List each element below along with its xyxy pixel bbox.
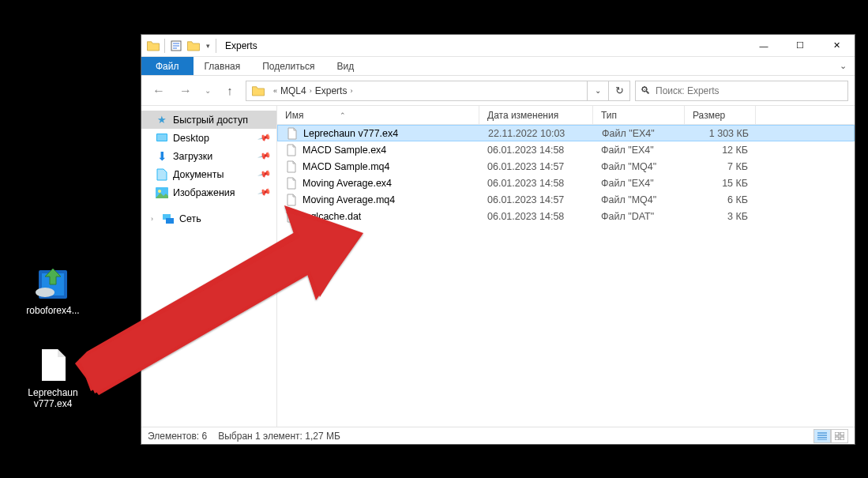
nav-label: Изображения	[173, 187, 235, 198]
file-row[interactable]: mqlcache.dat 06.01.2023 14:58 Файл "DAT"…	[277, 208, 855, 224]
nav-network[interactable]: › Сеть	[141, 209, 276, 228]
column-date[interactable]: Дата изменения	[479, 106, 593, 124]
file-size: 7 КБ	[685, 161, 748, 172]
file-name: mqlcache.dat	[302, 211, 361, 222]
file-type: Файл "MQ4"	[593, 194, 685, 205]
svg-point-2	[36, 288, 54, 297]
nav-up-button[interactable]: ↑	[219, 80, 241, 102]
title-bar: ▾ Experts — ☐ ✕	[141, 35, 855, 57]
breadcrumb-prefix: «	[270, 87, 280, 95]
status-item-count: Элементов: 6	[148, 431, 207, 442]
file-type: Файл "MQ4"	[593, 161, 685, 172]
file-row[interactable]: MACD Sample.ex4 06.01.2023 14:58 Файл "E…	[277, 141, 855, 158]
file-icon	[285, 210, 298, 223]
column-name[interactable]: Имя⌃	[277, 106, 479, 124]
nav-label: Документы	[173, 169, 224, 180]
file-row[interactable]: Moving Average.mq4 06.01.2023 14:57 Файл…	[277, 191, 855, 208]
search-input[interactable]: 🔍︎ Поиск: Experts	[635, 81, 848, 101]
view-details-button[interactable]	[814, 429, 831, 443]
status-selection: Выбран 1 элемент: 1,27 МБ	[218, 431, 340, 442]
ribbon: Файл Главная Поделиться Вид ⌄	[141, 57, 855, 76]
breadcrumb-segment[interactable]: Experts	[315, 85, 348, 96]
window-minimize-button[interactable]: —	[746, 35, 782, 57]
chevron-right-icon: ›	[306, 87, 315, 95]
ribbon-home-tab[interactable]: Главная	[194, 57, 252, 75]
desktop-icon-roboforex[interactable]: roboforex4...	[21, 264, 85, 316]
desktop-icon-label: roboforex4...	[21, 305, 85, 316]
file-type: Файл "EX4"	[593, 178, 685, 189]
svg-rect-9	[166, 218, 174, 224]
address-dropdown-icon[interactable]: ⌄	[588, 81, 608, 100]
column-type[interactable]: Тип	[593, 106, 685, 124]
file-date: 06.01.2023 14:58	[479, 211, 593, 222]
nav-label: Desktop	[173, 133, 209, 144]
search-placeholder: Поиск: Experts	[656, 85, 720, 96]
file-type: Файл "EX4"	[594, 128, 686, 139]
svg-rect-5	[157, 134, 167, 141]
view-large-icons-button[interactable]	[831, 429, 848, 443]
quick-access-toolbar: ▾	[141, 37, 222, 55]
ribbon-share-tab[interactable]: Поделиться	[251, 57, 325, 75]
file-icon	[285, 194, 298, 206]
folder-icon	[145, 37, 162, 55]
window-maximize-button[interactable]: ☐	[782, 35, 818, 57]
file-icon	[34, 346, 72, 384]
svg-rect-11	[840, 432, 844, 435]
file-name: MACD Sample.mq4	[302, 161, 389, 172]
network-icon	[162, 213, 175, 225]
pin-icon: 📌	[257, 130, 272, 145]
nav-quick-access[interactable]: ★ Быстрый доступ	[141, 111, 276, 129]
file-size: 6 КБ	[685, 194, 748, 205]
qat-new-folder-icon[interactable]	[185, 37, 202, 55]
desktop-icon-label: Leprechaun v777.ex4	[21, 387, 85, 409]
file-size: 1 303 КБ	[686, 128, 749, 139]
ribbon-file-tab[interactable]: Файл	[141, 57, 194, 75]
file-name: Moving Average.mq4	[302, 194, 395, 205]
svg-rect-13	[840, 437, 844, 440]
qat-properties-icon[interactable]	[167, 37, 185, 55]
desktop-icon	[156, 132, 168, 145]
chevron-right-icon: ›	[151, 215, 157, 223]
nav-documents[interactable]: Документы 📌	[141, 165, 276, 183]
status-bar: Элементов: 6 Выбран 1 элемент: 1,27 МБ	[141, 427, 855, 444]
nav-back-button[interactable]: ←	[148, 80, 170, 102]
desktop-icon-leprechaun[interactable]: Leprechaun v777.ex4	[21, 346, 85, 409]
folder-icon	[246, 81, 270, 100]
nav-label: Сеть	[179, 213, 201, 224]
nav-pictures[interactable]: Изображения 📌	[141, 183, 276, 201]
file-date: 22.11.2022 10:03	[480, 128, 594, 139]
address-bar[interactable]: « MQL4 › Experts ›	[246, 81, 588, 101]
refresh-icon[interactable]: ↻	[609, 81, 629, 100]
file-list: Имя⌃ Дата изменения Тип Размер Leprechau…	[277, 106, 855, 427]
svg-rect-10	[835, 432, 839, 435]
file-name: Moving Average.ex4	[302, 178, 392, 189]
svg-point-7	[158, 190, 161, 193]
file-row[interactable]: MACD Sample.mq4 06.01.2023 14:57 Файл "M…	[277, 158, 855, 175]
file-row[interactable]: Moving Average.ex4 06.01.2023 14:58 Файл…	[277, 175, 855, 191]
search-icon: 🔍︎	[641, 85, 651, 96]
file-size: 15 КБ	[685, 178, 748, 189]
pin-icon: 📌	[257, 167, 272, 181]
nav-downloads[interactable]: ⬇ Загрузки 📌	[141, 147, 276, 165]
file-row[interactable]: Leprechaun v777.ex4 22.11.2022 10:03 Фай…	[277, 125, 855, 141]
nav-desktop[interactable]: Desktop 📌	[141, 129, 276, 147]
ribbon-expand-icon[interactable]: ⌄	[831, 57, 855, 75]
download-icon: ⬇	[156, 150, 168, 163]
chevron-right-icon: ›	[347, 87, 355, 95]
nav-forward-button[interactable]: →	[175, 80, 197, 102]
pin-icon: 📌	[257, 149, 272, 163]
ribbon-view-tab[interactable]: Вид	[325, 57, 365, 75]
explorer-window: ▾ Experts — ☐ ✕ Файл Главная Поделиться …	[141, 34, 855, 445]
nav-history-button[interactable]: ⌄	[201, 80, 214, 102]
breadcrumb-segment[interactable]: MQL4	[280, 85, 306, 96]
column-headers: Имя⌃ Дата изменения Тип Размер	[277, 106, 855, 125]
document-icon	[156, 168, 168, 181]
installer-icon	[34, 264, 72, 302]
column-size[interactable]: Размер	[685, 106, 756, 124]
navigation-pane: ★ Быстрый доступ Desktop 📌 ⬇ Загрузки 📌 …	[141, 106, 277, 427]
window-close-button[interactable]: ✕	[818, 35, 855, 57]
file-date: 06.01.2023 14:57	[479, 161, 593, 172]
file-size: 3 КБ	[685, 211, 748, 222]
file-type: Файл "DAT"	[593, 211, 685, 222]
qat-customize-icon[interactable]: ▾	[202, 37, 213, 55]
